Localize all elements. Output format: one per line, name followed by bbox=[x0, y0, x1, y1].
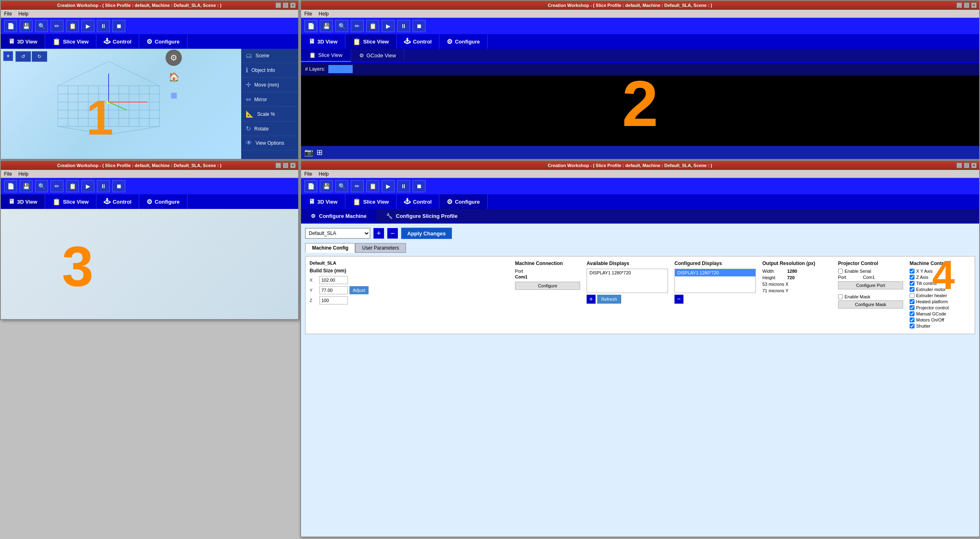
close-btn-2[interactable]: × bbox=[971, 2, 977, 8]
machine-config-tab[interactable]: Machine Config bbox=[305, 243, 355, 253]
user-params-tab[interactable]: User Parameters bbox=[355, 243, 406, 253]
ctrl-motors-checkbox[interactable] bbox=[910, 317, 915, 322]
minimize-btn-4[interactable]: _ bbox=[956, 163, 962, 168]
pencil-btn-1[interactable]: ✏ bbox=[50, 20, 63, 32]
eyedrop-btn-2[interactable]: 🔍 bbox=[335, 20, 348, 32]
menu-help-2[interactable]: Help bbox=[319, 11, 329, 17]
layers-input[interactable] bbox=[328, 65, 353, 73]
tab-sliceview-1[interactable]: 📋 Slice View bbox=[45, 34, 96, 49]
add-display-btn[interactable]: + bbox=[587, 295, 596, 304]
x-input[interactable] bbox=[319, 276, 348, 284]
tab-configure-4[interactable]: ⚙ Configure bbox=[439, 194, 487, 209]
menu-file-2[interactable]: File bbox=[304, 11, 312, 17]
tab-3dview-3[interactable]: 🖥 3D View bbox=[1, 194, 45, 209]
tab-control-1[interactable]: 🕹 Control bbox=[96, 34, 139, 49]
eyedrop-btn-3[interactable]: 🔍 bbox=[35, 180, 48, 192]
ctrl-projector-checkbox[interactable] bbox=[910, 305, 915, 310]
subtab-gcodeview[interactable]: ⚙ GCode View bbox=[351, 49, 405, 62]
tab-control-2[interactable]: 🕹 Control bbox=[397, 34, 439, 49]
sidebar-scene[interactable]: 🗂 Scene bbox=[242, 49, 298, 63]
tab-control-3[interactable]: 🕹 Control bbox=[96, 194, 139, 209]
z-input[interactable] bbox=[319, 296, 348, 304]
gear-overlay-btn[interactable]: ⚙ bbox=[166, 50, 182, 66]
save-btn-2[interactable]: 💾 bbox=[320, 20, 333, 32]
stop-btn-4[interactable]: ⏹ bbox=[413, 180, 426, 192]
new-btn-4[interactable]: 📄 bbox=[304, 180, 317, 192]
pause-btn-3[interactable]: ⏸ bbox=[97, 180, 110, 192]
maximize-btn-3[interactable]: □ bbox=[283, 163, 288, 168]
play-btn-2[interactable]: ▶ bbox=[382, 20, 395, 32]
tab-sliceview-3[interactable]: 📋 Slice View bbox=[45, 194, 96, 209]
maximize-btn-1[interactable]: □ bbox=[283, 2, 288, 8]
black-viewport[interactable]: 2 bbox=[301, 76, 979, 146]
tab-3dview-1[interactable]: 🖥 3D View bbox=[1, 34, 45, 49]
eyedrop-btn-1[interactable]: 🔍 bbox=[35, 20, 48, 32]
layers-btn-4[interactable]: 📋 bbox=[366, 180, 379, 192]
pencil-btn-3[interactable]: ✏ bbox=[50, 180, 63, 192]
ctrl-xy-checkbox[interactable] bbox=[910, 269, 915, 274]
y-input[interactable] bbox=[319, 286, 348, 294]
minimize-btn-1[interactable]: _ bbox=[275, 2, 281, 8]
viewport-3[interactable]: 3 bbox=[1, 209, 298, 319]
menu-help-3[interactable]: Help bbox=[18, 171, 28, 177]
menu-help-4[interactable]: Help bbox=[319, 171, 329, 177]
minimize-btn-2[interactable]: _ bbox=[956, 2, 962, 8]
stop-btn-2[interactable]: ⏹ bbox=[413, 20, 426, 32]
machine-select[interactable]: Default_SLA bbox=[305, 228, 370, 239]
home-btn[interactable]: 🏠 bbox=[166, 69, 182, 85]
pencil-btn-2[interactable]: ✏ bbox=[351, 20, 364, 32]
sidebar-view-options[interactable]: 👁 View Options bbox=[242, 136, 298, 150]
save-btn-4[interactable]: 💾 bbox=[320, 180, 333, 192]
ctrl-extruder-motor-checkbox[interactable] bbox=[910, 287, 915, 292]
layout-btn[interactable]: ▦ bbox=[166, 87, 182, 103]
maximize-btn-2[interactable]: □ bbox=[964, 2, 969, 8]
new-btn-1[interactable]: 📄 bbox=[4, 20, 17, 32]
tab-sliceview-2[interactable]: 📋 Slice View bbox=[345, 34, 397, 49]
sidebar-move[interactable]: ✛ Move (mm) bbox=[242, 78, 298, 92]
new-btn-3[interactable]: 📄 bbox=[4, 180, 17, 192]
layers-btn-1[interactable]: 📋 bbox=[66, 20, 79, 32]
eyedrop-btn-4[interactable]: 🔍 bbox=[335, 180, 348, 192]
tab-control-4[interactable]: 🕹 Control bbox=[397, 194, 439, 209]
pause-btn-4[interactable]: ⏸ bbox=[397, 180, 410, 192]
menu-file-3[interactable]: File bbox=[4, 171, 12, 177]
camera-btn-2[interactable]: 📷 bbox=[304, 148, 313, 157]
display-item-1[interactable]: DISPLAY1 1280*720 bbox=[587, 269, 668, 276]
configure-mask-btn[interactable]: Configure Mask bbox=[838, 300, 903, 309]
save-btn-1[interactable]: 💾 bbox=[20, 20, 33, 32]
configure-port-btn[interactable]: Configure Port bbox=[838, 281, 903, 289]
tab-sliceview-4[interactable]: 📋 Slice View bbox=[345, 194, 397, 209]
add-machine-btn[interactable]: + bbox=[373, 228, 384, 239]
menu-file-1[interactable]: File bbox=[4, 11, 12, 17]
close-btn-1[interactable]: × bbox=[290, 2, 296, 8]
tab-3dview-2[interactable]: 🖥 3D View bbox=[301, 34, 345, 49]
config-machine-tab[interactable]: ⚙ Configure Machine bbox=[301, 209, 376, 223]
stop-btn-1[interactable]: ⏹ bbox=[112, 20, 125, 32]
apply-changes-btn[interactable]: Apply Changes bbox=[401, 228, 452, 239]
refresh-btn[interactable]: Refresh bbox=[597, 295, 621, 304]
minimize-btn-3[interactable]: _ bbox=[275, 163, 281, 168]
layers-btn-2[interactable]: 📋 bbox=[366, 20, 379, 32]
stop-btn-3[interactable]: ⏹ bbox=[112, 180, 125, 192]
enable-mask-checkbox[interactable] bbox=[838, 294, 843, 299]
play-btn-3[interactable]: ▶ bbox=[81, 180, 94, 192]
configure-btn[interactable]: Configure bbox=[515, 282, 580, 290]
config-slicing-tab[interactable]: 🔧 Configure Slicing Profile bbox=[376, 209, 467, 223]
adjust-btn[interactable]: Adjust bbox=[349, 286, 369, 294]
remove-machine-btn[interactable]: − bbox=[387, 228, 398, 239]
undo-btn[interactable]: ↺ bbox=[15, 51, 31, 62]
sidebar-object-info[interactable]: ℹ Object Info bbox=[242, 63, 298, 78]
ctrl-manual-gcode-checkbox[interactable] bbox=[910, 311, 915, 316]
viewport-1[interactable]: + ↺ ↻ bbox=[1, 49, 241, 159]
menu-help-1[interactable]: Help bbox=[18, 11, 28, 17]
maximize-btn-4[interactable]: □ bbox=[964, 163, 969, 168]
new-btn-2[interactable]: 📄 bbox=[304, 20, 317, 32]
pause-btn-1[interactable]: ⏸ bbox=[97, 20, 110, 32]
ctrl-heated-platform-checkbox[interactable] bbox=[910, 299, 915, 304]
pause-btn-2[interactable]: ⏸ bbox=[397, 20, 410, 32]
tab-configure-3[interactable]: ⚙ Configure bbox=[139, 194, 187, 209]
close-btn-4[interactable]: × bbox=[971, 163, 977, 168]
close-btn-3[interactable]: × bbox=[290, 163, 296, 168]
subtab-sliceview[interactable]: 📋 Slice View bbox=[301, 49, 351, 62]
ctrl-shutter-checkbox[interactable] bbox=[910, 324, 915, 328]
